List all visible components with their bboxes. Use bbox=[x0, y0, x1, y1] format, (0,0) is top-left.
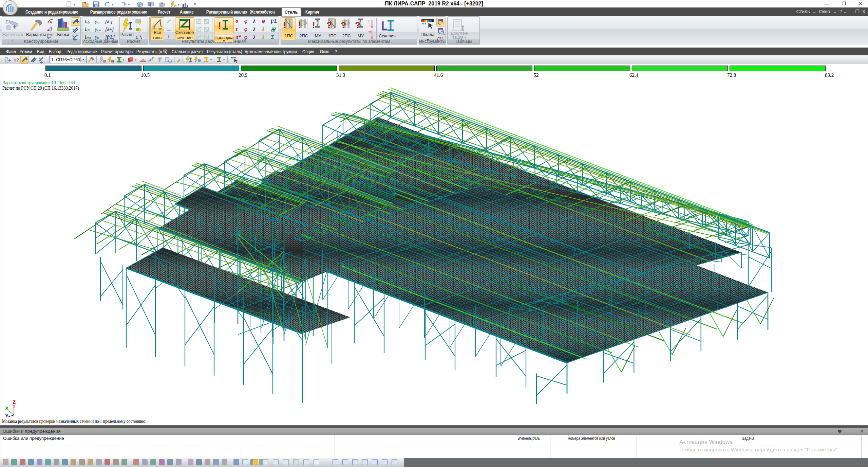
svg-text:EI: EI bbox=[5, 19, 10, 24]
svg-text:?: ? bbox=[326, 20, 332, 30]
svg-text:b: b bbox=[14, 57, 16, 62]
svg-text:!: ! bbox=[218, 20, 221, 31]
svg-text:?: ? bbox=[368, 30, 371, 35]
svg-text:!: ! bbox=[312, 20, 315, 30]
svg-text:!: ! bbox=[368, 19, 370, 24]
svg-text:!: ! bbox=[298, 20, 301, 30]
svg-text:{?!: {?! bbox=[437, 36, 443, 41]
svg-text:!: ! bbox=[283, 20, 286, 30]
svg-text:R: R bbox=[50, 20, 52, 24]
svg-text:?: ? bbox=[355, 20, 360, 30]
svg-text:B: B bbox=[48, 36, 49, 39]
svg-text:?: ? bbox=[341, 20, 346, 30]
svg-text:Σ: Σ bbox=[135, 34, 138, 40]
svg-text:?: ? bbox=[16, 57, 19, 62]
svg-text:H: H bbox=[51, 34, 53, 37]
